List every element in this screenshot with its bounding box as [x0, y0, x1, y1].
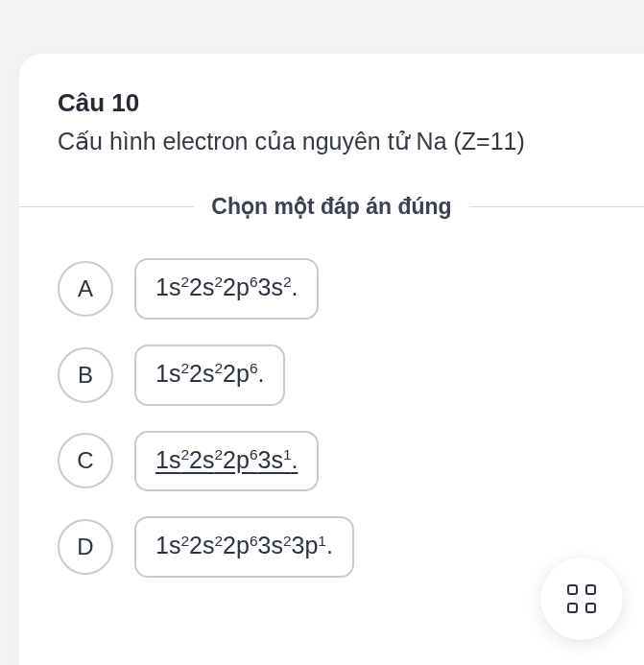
option-letter-b[interactable]: B — [58, 347, 113, 403]
option-row-b[interactable]: B1s22s22p6. — [58, 344, 606, 406]
option-box-b[interactable]: 1s22s22p6. — [134, 344, 285, 406]
choose-divider: Chọn một đáp án đúng — [19, 194, 644, 220]
divider-line-left — [19, 206, 194, 207]
option-letter-d[interactable]: D — [58, 519, 113, 575]
grid-view-button[interactable] — [540, 558, 623, 640]
option-letter-a[interactable]: A — [58, 261, 113, 317]
option-row-a[interactable]: A1s22s22p63s2. — [58, 258, 606, 320]
option-row-c[interactable]: C1s22s22p63s1. — [58, 431, 606, 492]
question-number: Câu 10 — [58, 88, 606, 118]
question-card: Câu 10 Cấu hình electron của nguyên tử N… — [19, 54, 644, 665]
grid-icon — [567, 584, 596, 613]
option-text-d: 1s22s22p63s23p1. — [155, 530, 333, 562]
option-box-d[interactable]: 1s22s22p63s23p1. — [134, 516, 354, 578]
option-box-a[interactable]: 1s22s22p63s2. — [134, 258, 319, 320]
option-text-a: 1s22s22p63s2. — [155, 272, 298, 304]
option-text-b: 1s22s22p6. — [155, 358, 264, 391]
choose-label: Chọn một đáp án đúng — [194, 194, 468, 220]
option-letter-c[interactable]: C — [58, 433, 113, 488]
option-box-c[interactable]: 1s22s22p63s1. — [134, 431, 319, 492]
divider-line-right — [469, 206, 644, 207]
option-row-d[interactable]: D1s22s22p63s23p1. — [58, 516, 606, 578]
option-text-c: 1s22s22p63s1. — [155, 444, 298, 477]
question-text: Cấu hình electron của nguyên tử Na (Z=11… — [58, 128, 606, 155]
options-list: A1s22s22p63s2.B1s22s22p6.C1s22s22p63s1.D… — [58, 258, 606, 578]
